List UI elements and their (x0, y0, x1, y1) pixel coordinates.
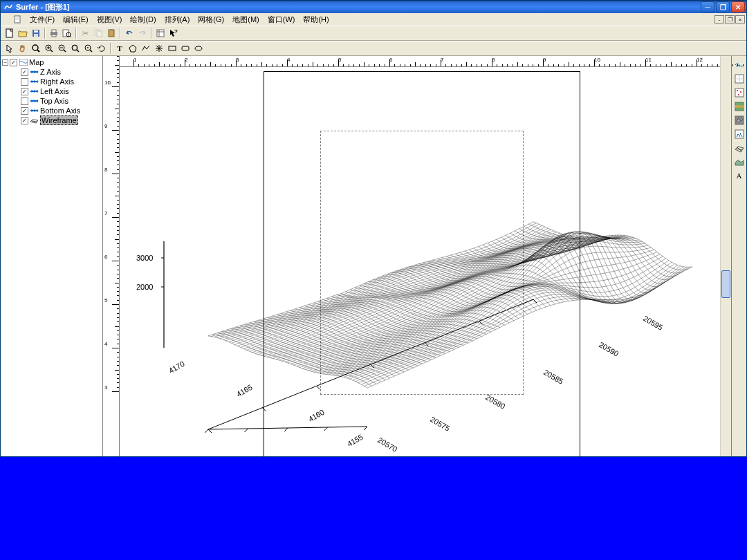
svg-line-29 (77, 50, 79, 52)
save-button[interactable] (30, 27, 42, 39)
titlebar[interactable]: Surfer - [图形1] ─ ❐ ✕ (1, 1, 746, 13)
vertical-ruler[interactable]: 34567891011 (103, 56, 120, 456)
menu-view[interactable]: 视图(V) (93, 14, 127, 26)
scrollbar-thumb[interactable] (721, 270, 730, 298)
zoom-in-button[interactable] (43, 42, 55, 55)
zoom-redraw-button[interactable] (95, 42, 108, 55)
text-tool2[interactable]: A (733, 169, 746, 182)
menu-draw[interactable]: 绘制(D) (126, 14, 160, 26)
zoom-actual-button[interactable] (82, 42, 95, 55)
axis-icon (30, 78, 39, 86)
checkbox-icon[interactable]: ✓ (21, 117, 28, 124)
tree-item[interactable]: ✓Left Axis (2, 86, 101, 96)
svg-rect-39 (182, 46, 189, 50)
tree-item[interactable]: ✓Bottom Axis (2, 106, 101, 115)
post-map-button[interactable] (733, 86, 746, 99)
wireframe-map-button[interactable] (733, 142, 746, 154)
svg-line-75 (479, 321, 483, 324)
zoom-tool[interactable] (30, 42, 42, 55)
ellipse-tool[interactable] (192, 42, 205, 55)
zoom-fit-button[interactable] (69, 42, 82, 55)
menu-file[interactable]: 文件(F) (26, 14, 59, 26)
print-button[interactable] (48, 27, 60, 39)
checkbox-icon[interactable] (21, 78, 28, 86)
mdi-restore[interactable]: ❐ (725, 15, 735, 24)
tree-item[interactable]: Top Axis (2, 96, 101, 106)
svg-rect-13 (109, 30, 114, 37)
open-button[interactable] (17, 27, 29, 39)
svg-rect-14 (110, 29, 113, 30)
contour-map-button[interactable] (733, 59, 746, 71)
tree-label: Wireframe (40, 115, 78, 125)
window-title: Surfer - [图形1] (16, 2, 701, 12)
workarea: − ✓ Map ✓Z AxisRight Axis✓Left AxisTop A… (1, 56, 746, 456)
redo-button[interactable] (136, 27, 149, 39)
mdi-minimize[interactable]: - (714, 15, 724, 24)
undo-button[interactable] (123, 27, 136, 39)
print-preview-button[interactable] (61, 27, 73, 39)
base-map-button[interactable] (733, 73, 746, 85)
copy-button[interactable] (92, 27, 104, 39)
checkbox-icon[interactable]: ✓ (21, 68, 28, 76)
object-tree-panel: − ✓ Map ✓Z AxisRight Axis✓Left AxisTop A… (1, 56, 103, 456)
rounded-rect-tool[interactable] (179, 42, 192, 55)
checkbox-icon[interactable] (21, 97, 28, 105)
drawing-canvas[interactable]: 3000 2000 4170 4165 4160 4155 20570 2057… (120, 67, 720, 456)
cut-button[interactable]: ✂ (79, 27, 91, 39)
shaded-relief-button[interactable] (733, 114, 746, 127)
tree-root[interactable]: − ✓ Map (2, 57, 101, 67)
horizontal-ruler[interactable]: 123456789101112 (120, 56, 720, 67)
svg-line-71 (262, 408, 266, 411)
axis-icon (30, 107, 39, 115)
checkbox-icon[interactable]: ✓ (21, 107, 28, 115)
svg-line-72 (317, 386, 320, 389)
svg-line-66 (245, 429, 248, 432)
checkbox-icon[interactable]: ✓ (10, 59, 17, 66)
symbol-tool[interactable] (153, 42, 165, 55)
new-button[interactable] (3, 27, 16, 39)
paste-button[interactable] (105, 27, 118, 39)
svg-line-27 (64, 50, 66, 52)
menu-help[interactable]: 帮助(H) (299, 14, 333, 26)
expand-icon[interactable]: − (2, 59, 8, 66)
tree-label: Top Axis (40, 97, 68, 105)
maximize-button[interactable]: ❐ (716, 1, 730, 12)
svg-rect-30 (73, 46, 77, 50)
polyline-tool[interactable] (140, 42, 152, 55)
menu-edit[interactable]: 编辑(E) (59, 14, 93, 26)
svg-line-64 (164, 348, 367, 427)
zoom-out-button[interactable] (56, 42, 68, 55)
tree-item[interactable]: ✓Wireframe (2, 115, 101, 125)
menu-grid[interactable]: 网格(G) (194, 14, 228, 26)
svg-rect-6 (52, 30, 56, 32)
svg-line-69 (364, 427, 367, 430)
rectangle-tool[interactable] (166, 42, 178, 55)
menu-map[interactable]: 地图(M) (228, 14, 264, 26)
wireframe-surface (120, 67, 720, 456)
surface-map-button[interactable] (733, 156, 746, 168)
minimize-button[interactable]: ─ (701, 1, 714, 12)
vector-map-button[interactable] (733, 128, 746, 140)
menu-window[interactable]: 窗口(W) (264, 14, 299, 26)
svg-line-73 (371, 364, 374, 368)
vertical-scrollbar[interactable] (720, 56, 731, 456)
tree-label: Right Axis (40, 77, 74, 86)
image-map-button[interactable] (733, 100, 746, 113)
pointer-tool[interactable] (3, 42, 16, 55)
separator (75, 28, 77, 39)
separator (151, 28, 152, 39)
object-manager-button[interactable] (154, 27, 167, 39)
help-cursor-button[interactable]: ? (167, 27, 180, 39)
toolbar-drawing: T (1, 41, 746, 56)
close-button[interactable]: ✕ (731, 1, 745, 12)
tree-item[interactable]: Right Axis (2, 77, 101, 86)
menu-arrange[interactable]: 排列(A) (160, 14, 194, 26)
mdi-controls: - ❐ × (714, 15, 745, 24)
svg-point-80 (740, 91, 741, 93)
polygon-tool[interactable] (127, 42, 139, 55)
mdi-close[interactable]: × (735, 15, 745, 24)
tree-item[interactable]: ✓Z Axis (2, 67, 101, 77)
checkbox-icon[interactable]: ✓ (21, 88, 28, 95)
text-tool[interactable]: T (113, 42, 126, 55)
hand-tool[interactable] (17, 42, 29, 55)
